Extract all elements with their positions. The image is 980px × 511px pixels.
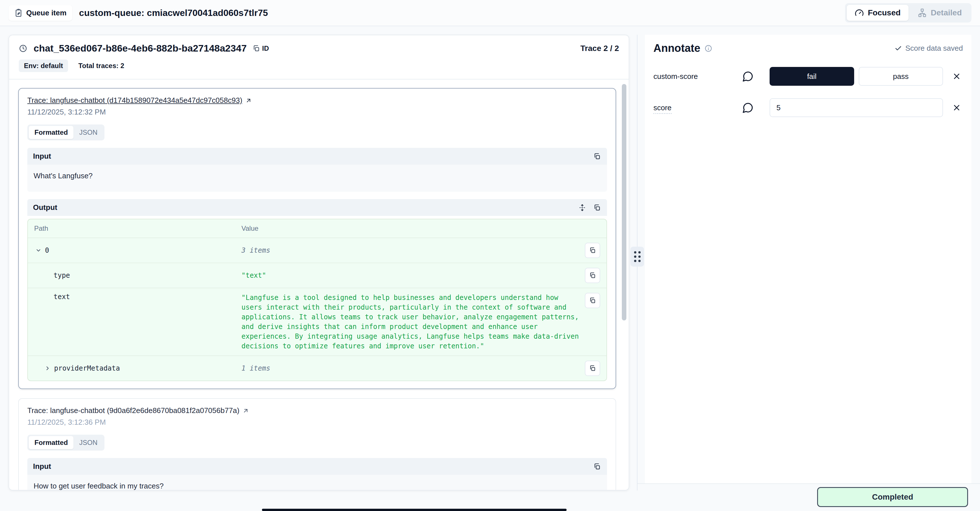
json-row-providermetadata: providerMetadata 1 items [28,356,606,380]
trace-1-link[interactable]: Trace: langfuse-chatbot (d174b1589072e43… [27,96,252,105]
json-key: providerMetadata [54,364,120,372]
json-value: 3 items [242,247,582,255]
view-mode-toggle: Focused Detailed [845,3,972,22]
trace-2-input-section: Input How to get user feedback in my tra… [27,458,607,490]
detailed-view-label: Detailed [931,8,962,18]
trace-2-timestamp: 11/12/2025, 3:12:36 PM [27,418,607,427]
annotate-title: Annotate [654,42,700,54]
copy-input-button[interactable] [593,462,601,471]
total-traces-label: Total traces: 2 [78,62,124,70]
tree-network-icon [918,8,927,18]
delete-score-icon[interactable] [950,70,963,83]
env-badge: Env: default [19,59,68,72]
tab-formatted[interactable]: Formatted [29,436,73,449]
tab-json[interactable]: JSON [73,126,103,139]
top-bar: Queue item custom-queue: cmiacwel70041ad… [0,0,980,26]
tab-formatted[interactable]: Formatted [29,126,73,139]
panel-header: chat_536ed067-b86e-4eb6-882b-ba27148a234… [9,35,628,79]
save-status-label: Score data saved [905,44,963,53]
json-key: text [54,293,70,301]
copy-row-button[interactable] [585,293,600,308]
custom-score-label: custom-score [654,72,742,81]
trace-1-format-tabs: Formatted JSON [27,124,105,140]
clock-icon [19,44,27,53]
json-row-text: text "Langfuse is a tool designed to hel… [28,288,606,356]
copy-icon [253,45,260,52]
trace-2-input-value: How to get user feedback in my traces? [33,482,601,490]
copy-row-button[interactable] [585,361,600,376]
external-link-icon [245,97,252,104]
annotate-panel: Annotate Score data saved custom-score f… [645,35,972,483]
chevron-down-icon[interactable] [35,247,41,253]
copy-input-button[interactable] [593,152,601,161]
expand-output-button[interactable] [578,204,587,212]
trace-card-1: Trace: langfuse-chatbot (d174b1589072e43… [18,88,616,389]
score-label: score [654,103,671,114]
check-icon [894,45,902,52]
copy-row-button[interactable] [585,268,600,283]
trace-1-input-value: What's Langfuse? [33,172,601,180]
fail-option-button[interactable]: fail [770,67,854,86]
json-row-type: type "text" [28,263,606,288]
column-path: Path [34,224,242,232]
trace-2-link-label: Trace: langfuse-chatbot (9d0a6f2e6de8670… [27,406,239,415]
trace-1-link-label: Trace: langfuse-chatbot (d174b1589072e43… [27,96,242,105]
queue-item-badge-label: Queue item [26,8,67,18]
output-json-table: Path Value 0 3 items [27,219,607,381]
copy-row-button[interactable] [585,243,600,258]
trace-2-link[interactable]: Trace: langfuse-chatbot (9d0a6f2e6de8670… [27,406,249,415]
pass-option-button[interactable]: pass [859,67,943,86]
score-value-input[interactable] [770,98,943,117]
comment-icon[interactable] [742,102,754,113]
json-value: "Langfuse is a tool designed to help bus… [242,293,582,351]
trace-2-format-tabs: Formatted JSON [27,435,105,451]
external-link-icon [242,408,249,414]
comment-icon[interactable] [742,71,754,82]
completed-button[interactable]: Completed [817,487,968,507]
copy-output-button[interactable] [593,204,601,212]
queue-item-panel: chat_536ed067-b86e-4eb6-882b-ba27148a234… [8,35,629,490]
json-table-header: Path Value [28,219,606,238]
page-title: custom-queue: cmiacwel70041ad060s7tlr75 [79,8,268,18]
input-label: Input [33,152,51,161]
json-key: 0 [45,247,49,255]
trace-1-output-section: Output Path Value [27,199,607,381]
copy-id-button[interactable]: ID [251,43,270,54]
bottom-edge-bar [262,509,566,511]
focused-view-button[interactable]: Focused [847,5,908,21]
save-status: Score data saved [894,44,963,53]
output-label: Output [33,203,57,212]
tab-json[interactable]: JSON [73,436,103,449]
input-label: Input [33,462,51,471]
json-row-0: 0 3 items [28,238,606,263]
trace-1-input-section: Input What's Langfuse? [27,148,607,192]
gauge-icon [855,8,864,18]
trace-counter: Trace 2 / 2 [581,44,619,53]
json-value: 1 items [242,364,582,372]
chevron-right-icon[interactable] [45,365,51,371]
panel-resize-handle[interactable] [630,247,644,267]
json-key: type [54,271,70,279]
id-label: ID [262,45,269,53]
clipboard-pen-icon [14,8,23,17]
detailed-view-button[interactable]: Detailed [910,5,970,21]
score-row-score: score [654,98,963,117]
column-value: Value [242,224,600,232]
trace-1-timestamp: 11/12/2025, 3:12:32 PM [27,108,607,116]
trace-list: Trace: langfuse-chatbot (d174b1589072e43… [9,80,628,490]
item-id-title: chat_536ed067-b86e-4eb6-882b-ba27148a234… [33,43,247,54]
vertical-scrollbar-thumb[interactable] [622,84,626,320]
delete-score-icon[interactable] [950,102,963,114]
focused-view-label: Focused [868,8,900,18]
info-icon[interactable] [705,45,713,53]
queue-item-badge: Queue item [8,5,72,21]
score-row-custom-score: custom-score fail pass [654,67,963,86]
trace-card-2: Trace: langfuse-chatbot (9d0a6f2e6de8670… [18,398,616,490]
json-value: "text" [242,271,582,279]
